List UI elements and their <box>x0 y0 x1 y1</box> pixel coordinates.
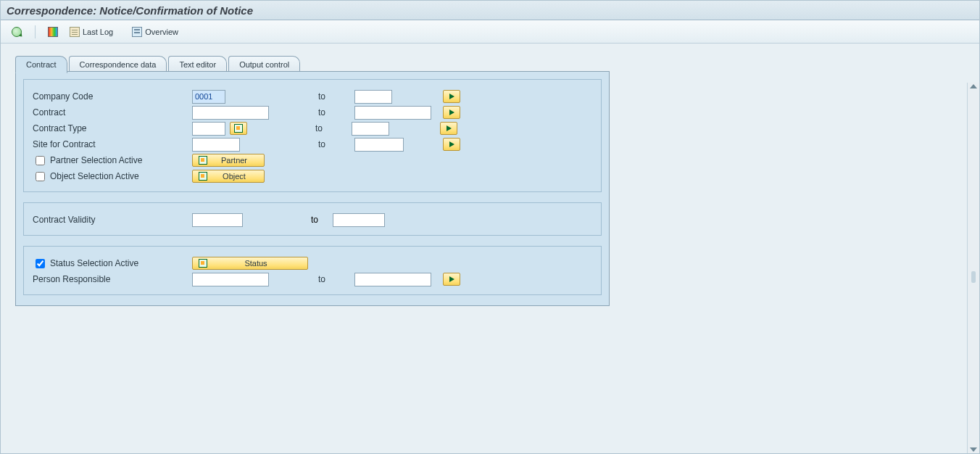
overview-button[interactable]: Overview <box>127 24 183 40</box>
last-log-label: Last Log <box>83 28 113 36</box>
person-from-input[interactable] <box>192 273 269 286</box>
arrow-right-icon <box>449 276 454 282</box>
object-button[interactable]: Object <box>192 170 265 183</box>
partner-button[interactable]: Partner <box>192 154 265 167</box>
contract-from-input[interactable] <box>192 106 269 120</box>
partner-selection-active-checkbox[interactable] <box>36 156 45 165</box>
company-code-multiselect-button[interactable] <box>443 90 460 103</box>
tab-correspondence-data[interactable]: Correspondence data <box>69 56 167 73</box>
label-contract-validity: Contract Validity <box>33 215 192 225</box>
tab-panel-contract: Company Code to Contract to Contra <box>15 71 610 306</box>
status-button[interactable]: Status <box>192 257 308 270</box>
contract-type-to-input[interactable] <box>352 122 389 136</box>
overview-icon <box>132 27 142 37</box>
body-area: © www.tutorialkart.com Contract Correspo… <box>1 44 979 453</box>
page-title: Correspondence: Notice/Confirmation of N… <box>7 4 253 17</box>
contract-type-from-input[interactable] <box>192 122 225 136</box>
label-to: to <box>269 274 354 284</box>
vertical-scrollbar[interactable] <box>967 83 979 453</box>
group-status: Status Selection Active Status Person Re… <box>23 246 602 295</box>
label-status-sel-active: Status Selection Active <box>33 257 192 271</box>
validity-to-input[interactable] <box>333 213 385 227</box>
tab-contract[interactable]: Contract <box>15 56 67 73</box>
site-multiselect-button[interactable] <box>443 138 460 151</box>
group-contract-selection: Company Code to Contract to Contra <box>23 79 602 192</box>
popup-icon <box>199 259 207 268</box>
person-to-input[interactable] <box>354 273 431 286</box>
label-person-responsible: Person Responsible <box>33 274 192 284</box>
group-validity: Contract Validity to <box>23 202 602 236</box>
execute-button[interactable] <box>7 24 27 40</box>
label-to: to <box>240 139 354 149</box>
status-selection-active-checkbox[interactable] <box>36 259 45 268</box>
scroll-down-icon <box>970 447 977 452</box>
popup-icon <box>199 156 207 165</box>
validity-from-input[interactable] <box>192 213 243 227</box>
label-contract: Contract <box>33 107 192 117</box>
label-to: to <box>247 123 352 133</box>
scroll-grip-icon <box>971 271 976 283</box>
label-to: to <box>311 215 333 225</box>
popup-icon <box>234 124 243 133</box>
company-code-to-input[interactable] <box>354 90 392 104</box>
arrow-right-icon <box>449 141 454 147</box>
last-log-button[interactable]: Last Log <box>65 24 118 40</box>
label-company-code: Company Code <box>33 91 192 102</box>
label-contract-type: Contract Type <box>33 123 192 133</box>
app-window: Correspondence: Notice/Confirmation of N… <box>0 0 980 454</box>
toolbar-separator <box>28 25 36 38</box>
contract-multiselect-button[interactable] <box>443 106 460 119</box>
variant-button[interactable] <box>43 24 63 40</box>
site-to-input[interactable] <box>354 138 404 152</box>
contract-type-multiselect-button[interactable] <box>440 122 457 135</box>
execute-icon <box>12 27 22 37</box>
variant-icon <box>48 27 58 37</box>
popup-icon <box>199 172 207 181</box>
company-code-from-input[interactable] <box>192 90 225 104</box>
label-to: to <box>225 91 354 102</box>
arrow-right-icon <box>449 110 454 115</box>
arrow-right-icon <box>449 94 454 99</box>
scroll-up-icon <box>970 84 977 88</box>
object-selection-active-checkbox[interactable] <box>36 172 45 181</box>
label-site-for-contract: Site for Contract <box>33 139 192 149</box>
overview-label: Overview <box>145 28 178 36</box>
tab-text-editor[interactable]: Text editor <box>168 56 227 73</box>
log-icon <box>70 27 80 37</box>
person-multiselect-button[interactable] <box>443 273 460 286</box>
toolbar: Last Log Overview <box>1 20 979 44</box>
site-from-input[interactable] <box>192 138 240 152</box>
label-to: to <box>269 107 354 117</box>
label-partner-sel-active: Partner Selection Active <box>33 154 192 168</box>
tab-output-control[interactable]: Output control <box>228 56 300 73</box>
contract-to-input[interactable] <box>354 106 431 120</box>
contract-type-lookup-button[interactable] <box>230 122 247 135</box>
arrow-right-icon <box>447 125 452 131</box>
title-bar: Correspondence: Notice/Confirmation of N… <box>1 1 979 20</box>
tabstrip: Contract Correspondence data Text editor… <box>15 55 972 71</box>
label-object-sel-active: Object Selection Active <box>33 170 192 183</box>
